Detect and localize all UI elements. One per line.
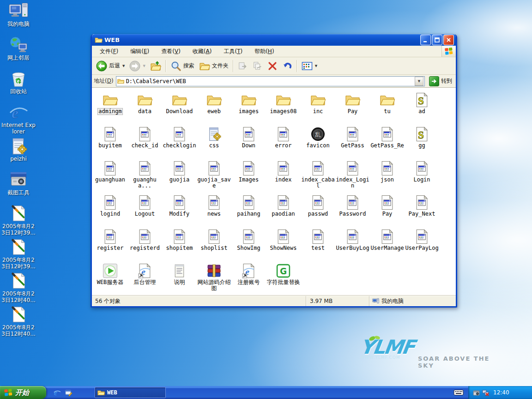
- peizhi-icon: [8, 137, 29, 156]
- network-offline-icon[interactable]: [482, 389, 490, 396]
- menu-item[interactable]: 文件(F): [94, 48, 124, 55]
- file-item-WEB服务器[interactable]: WEB服务器: [93, 262, 127, 296]
- address-dropdown-icon[interactable]: ▼: [415, 77, 423, 86]
- desktop-icon-paint-file-3[interactable]: 2005年8月23日12时40...: [1, 272, 36, 305]
- maximize-button[interactable]: [432, 35, 442, 45]
- file-item-inc[interactable]: inc: [301, 91, 335, 125]
- address-input[interactable]: D:\CabalServer\WEB ▼: [116, 76, 425, 86]
- file-item-css[interactable]: css: [197, 125, 231, 159]
- file-item-news[interactable]: news: [197, 193, 231, 228]
- go-button[interactable]: 转到: [427, 76, 454, 86]
- file-item-index_cabal[interactable]: index_cabal: [301, 159, 335, 193]
- keyboard-icon[interactable]: [453, 386, 464, 399]
- file-item-Logout[interactable]: Logout: [127, 193, 162, 228]
- file-item-paodian[interactable]: paodian: [266, 193, 301, 228]
- desktop-icon-paint-file-4[interactable]: 2005年8月23日12时40...: [1, 305, 36, 339]
- file-item-buyitem[interactable]: buyitem: [93, 125, 127, 159]
- file-item-guojia_save[interactable]: guojia_save: [197, 159, 231, 193]
- file-item-registerd[interactable]: registerd: [127, 228, 162, 262]
- file-item-注册账号[interactable]: e注册账号: [231, 262, 266, 296]
- menu-item[interactable]: 查看(V): [155, 48, 187, 55]
- copy-to-button[interactable]: [250, 60, 265, 72]
- file-item-guanghua...[interactable]: guanghua...: [127, 159, 162, 193]
- up-button[interactable]: [148, 60, 163, 73]
- file-item-Pay[interactable]: Pay: [370, 193, 405, 228]
- file-item-guojia[interactable]: guojia: [162, 159, 197, 193]
- file-item-logind[interactable]: logind: [93, 193, 127, 228]
- minimize-button[interactable]: [420, 35, 431, 45]
- file-item-Password[interactable]: Password: [335, 193, 370, 228]
- file-item-index[interactable]: index: [266, 159, 301, 193]
- file-item-favicon[interactable]: 乱favicon: [301, 125, 335, 159]
- file-item-ShowImg[interactable]: ShowImg: [231, 228, 266, 262]
- file-item-json[interactable]: json: [370, 159, 405, 193]
- show-desktop-icon[interactable]: [64, 388, 73, 397]
- forward-button[interactable]: ▼: [127, 60, 147, 73]
- window-titlebar[interactable]: WEB: [92, 34, 456, 46]
- resize-grip[interactable]: [450, 296, 456, 306]
- device-tray-icon[interactable]: [473, 389, 480, 396]
- file-item-Images[interactable]: Images: [231, 159, 266, 193]
- file-item-test[interactable]: test: [301, 228, 335, 262]
- file-item-error[interactable]: error: [266, 125, 301, 159]
- desktop-icon-my-computer[interactable]: 我的电脑: [1, 2, 36, 36]
- file-item-shoplist[interactable]: shoplist: [197, 228, 231, 262]
- search-button[interactable]: 搜索: [168, 60, 197, 73]
- file-item-后台管理[interactable]: e后台管理: [127, 262, 162, 296]
- menu-item[interactable]: 编辑(E): [124, 48, 155, 55]
- file-item-字符批量替换[interactable]: G字符批量替换: [266, 262, 301, 296]
- desktop-icon-paint-file-1[interactable]: 2005年8月23日12时39...: [1, 204, 36, 238]
- file-item-ShowNews[interactable]: ShowNews: [266, 228, 301, 262]
- desktop-icon-peizhi[interactable]: peizhi: [1, 137, 36, 170]
- desktop-icon-recycle-bin[interactable]: 回收站: [1, 69, 36, 103]
- file-item-说明[interactable]: 说明: [162, 262, 197, 296]
- file-item-网站源码介绍图[interactable]: 网站源码介绍图: [197, 262, 231, 296]
- internet-explorer-icon[interactable]: e: [53, 388, 61, 397]
- file-item-Login[interactable]: Login: [405, 159, 439, 193]
- close-button[interactable]: [443, 35, 454, 45]
- undo-button[interactable]: [280, 60, 295, 72]
- back-dropdown-icon[interactable]: ▼: [122, 64, 125, 68]
- file-item-Download[interactable]: Download: [162, 91, 197, 125]
- views-button[interactable]: ▼: [299, 60, 320, 73]
- file-item-passwd[interactable]: passwd: [301, 193, 335, 228]
- file-item-shopitem[interactable]: shopitem: [162, 228, 197, 262]
- file-item-tu[interactable]: tu: [370, 91, 405, 125]
- file-item-data[interactable]: data: [127, 91, 162, 125]
- menu-item[interactable]: 工具(T): [218, 48, 248, 55]
- back-button[interactable]: 后退▼: [94, 60, 127, 73]
- desktop-icon-network-places[interactable]: 网上邻居: [1, 36, 36, 69]
- taskbar-task-web[interactable]: WEB: [95, 387, 166, 398]
- file-item-checklogin[interactable]: checklogin: [162, 125, 197, 159]
- file-item-admingm[interactable]: admingm: [93, 91, 127, 125]
- file-item-paihang[interactable]: paihang: [231, 193, 266, 228]
- menu-item[interactable]: 帮助(H): [248, 48, 280, 55]
- file-item-index_Login[interactable]: index_Login: [335, 159, 370, 193]
- file-item-check_id[interactable]: check_id: [127, 125, 162, 159]
- desktop-icon-internet-explorer[interactable]: eInternet Explorer: [1, 103, 36, 137]
- file-item-register[interactable]: register: [93, 228, 127, 262]
- file-item-guanghuan[interactable]: guanghuan: [93, 159, 127, 193]
- file-item-Modify[interactable]: Modify: [162, 193, 197, 228]
- desktop-icon-screenshot-tool[interactable]: 截图工具: [1, 170, 36, 204]
- file-item-UserPayLog[interactable]: UserPayLog: [405, 228, 439, 262]
- file-item-ad[interactable]: Sad: [405, 91, 439, 125]
- file-item-Pay_Next[interactable]: Pay_Next: [405, 193, 439, 228]
- file-item-eweb[interactable]: eweb: [197, 91, 231, 125]
- file-item-GetPass[interactable]: GetPass: [335, 125, 370, 159]
- file-item-Pay[interactable]: Pay: [335, 91, 370, 125]
- views-dropdown-icon[interactable]: ▼: [315, 64, 317, 68]
- move-to-button[interactable]: [236, 60, 250, 72]
- file-item-gg[interactable]: Sgg: [405, 125, 439, 159]
- start-button[interactable]: 开始: [0, 386, 46, 399]
- file-item-images[interactable]: images: [231, 91, 266, 125]
- file-item-UserManage[interactable]: UserManage: [370, 228, 405, 262]
- file-item-GetPass_Re[interactable]: GetPass_Re: [370, 125, 405, 159]
- file-item-UserBuyLog[interactable]: UserBuyLog: [335, 228, 370, 262]
- folders-button[interactable]: 文件夹: [197, 60, 231, 73]
- delete-button[interactable]: [265, 60, 280, 72]
- file-item-images08[interactable]: images08: [266, 91, 301, 125]
- file-item-Down[interactable]: Down: [231, 125, 266, 159]
- desktop-icon-paint-file-2[interactable]: 2005年8月23日12时39...: [1, 238, 36, 272]
- menu-item[interactable]: 收藏(A): [187, 48, 218, 55]
